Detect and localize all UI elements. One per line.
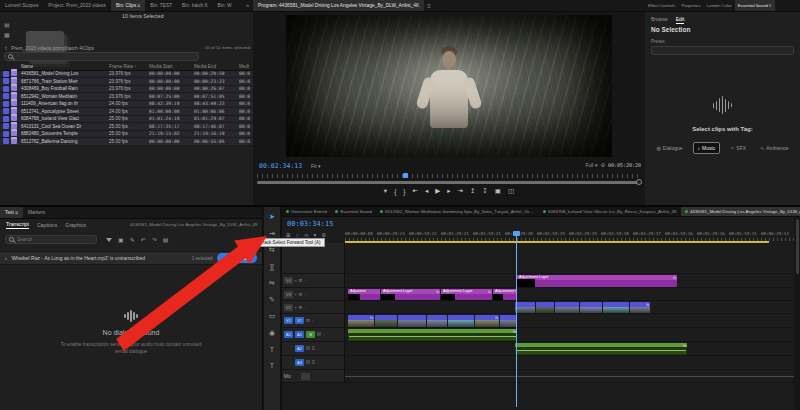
tag-ambience-button[interactable]: ∿Ambience (756, 142, 792, 154)
col-media-duration[interactable]: Medi (239, 63, 251, 71)
sync-lock-icon[interactable]: ⊞ (306, 318, 310, 323)
row-selected-indicator[interactable] (3, 101, 9, 107)
text-subtab[interactable]: Captions (37, 222, 57, 228)
text-subtab[interactable]: Transcript (6, 221, 29, 229)
preset-dropdown[interactable] (651, 46, 794, 55)
settings-wrench-icon[interactable]: ⚙ (600, 162, 604, 168)
pen-tool[interactable]: ✎ (265, 294, 279, 306)
sync-lock-icon[interactable]: ⊞ (299, 305, 303, 310)
video-clip[interactable] (398, 315, 426, 327)
adjustment-layer-clip[interactable]: Adjustment Layerfx (381, 289, 440, 300)
toggle-output-icon[interactable]: ◦ (304, 278, 306, 283)
mic-icon[interactable]: ◦ (317, 346, 319, 351)
panel-overflow-icon[interactable]: » (243, 2, 252, 8)
play-icon[interactable]: ▶ (435, 187, 440, 195)
lift-icon[interactable]: ↥ (470, 187, 475, 195)
track-badge[interactable]: V4 (284, 277, 293, 284)
adjustment-layer-clip[interactable]: Adjustment Layerfx (441, 289, 492, 300)
project-panel-tab[interactable]: Bin: batch 6 (177, 0, 212, 12)
step-back-icon[interactable]: ◂ (425, 187, 428, 195)
project-panel-tab[interactable]: Project: Prem_2023 videos (43, 0, 111, 12)
tag-dialogue-button[interactable]: ◍Dialogue (652, 142, 686, 154)
playhead-line[interactable] (516, 231, 517, 407)
solo-button[interactable]: S (312, 346, 315, 351)
caption-block-icon[interactable]: ▣ (118, 236, 124, 243)
toggle-output-icon[interactable]: ◦ (312, 318, 314, 323)
col-media-end[interactable]: Media End (194, 63, 239, 71)
mic-icon[interactable]: ◦ (317, 360, 319, 365)
sync-lock-icon[interactable]: ⊞ (299, 292, 303, 297)
video-clip[interactable] (500, 315, 516, 327)
timeline-ruler[interactable]: 00:00:00:0000:00:29:2300:00:59:2200:01:2… (345, 231, 794, 238)
selection-tool[interactable]: ➤ (265, 211, 279, 223)
filter-icon[interactable] (106, 238, 112, 242)
zoom-level-select[interactable]: Fit ▾ (311, 163, 320, 169)
video-clip[interactable] (375, 315, 397, 327)
sound-panel-tab[interactable]: Effect Controls (645, 0, 678, 12)
video-clip[interactable]: fx (630, 302, 650, 313)
sound-mode-tab[interactable]: Edit (676, 16, 685, 24)
mute-button[interactable]: M (306, 346, 310, 351)
audio-clip[interactable]: fx (348, 329, 517, 341)
mix-track-label[interactable]: Mix (284, 374, 291, 379)
source-patch-badge[interactable]: A1 (284, 331, 293, 338)
scrollbar-knob[interactable] (636, 179, 642, 185)
project-panel-tab[interactable]: Bin: TEST (145, 0, 177, 12)
hand-tool[interactable]: ◉ (265, 327, 279, 339)
sound-panel-tab[interactable]: Essential Sound ≡ (735, 0, 775, 12)
video-clip[interactable] (603, 302, 629, 313)
lock-icon[interactable]: ▪ (295, 278, 297, 283)
razor-tool[interactable]: ][ (265, 261, 279, 273)
adjustment-layer-clip[interactable]: Adjustme (348, 289, 380, 300)
tag-sfx-button[interactable]: ✧SFX (726, 142, 750, 154)
source-patch-badge[interactable]: V1 (284, 317, 293, 324)
project-panel-tab[interactable]: Bin: W (212, 0, 236, 12)
transcript-search-input[interactable] (17, 237, 93, 242)
row-selected-indicator[interactable] (3, 71, 9, 77)
track-badge[interactable]: V2 (284, 304, 293, 311)
more-options-icon[interactable]: ▤ (163, 236, 169, 243)
list-view-icon[interactable]: ▤ (4, 21, 10, 29)
program-timecode[interactable]: 00:02:34:13 (259, 162, 302, 170)
transcribe-button[interactable]: Transcribe (217, 253, 257, 263)
expand-chevron-icon[interactable]: › (5, 255, 7, 261)
row-selected-indicator[interactable] (3, 116, 9, 122)
col-name[interactable]: Name (21, 63, 109, 71)
toggle-output-icon[interactable]: ◦ (304, 292, 306, 297)
sequence-tab[interactable]: Generative Extend (282, 207, 331, 217)
export-frame-icon[interactable]: ▣ (495, 187, 501, 195)
timeline-timecode[interactable]: 00:03:34:15 (287, 220, 333, 228)
video-clip[interactable] (580, 302, 602, 313)
project-panel-tab[interactable]: Bin: Clips ≡ (111, 0, 145, 12)
redo-icon[interactable]: ↷ (152, 236, 157, 243)
6512762_Ballerina Dancing[interactable]: 6512762_Ballerina Dancing 25.00 fps 00:0… (0, 138, 253, 146)
go-to-in-icon[interactable]: ⇤ (412, 187, 417, 195)
mute-button[interactable]: M (317, 332, 321, 337)
edit-pencil-icon[interactable]: ✎ (130, 236, 135, 243)
icon-view-icon[interactable]: ▦ (4, 31, 10, 39)
vertical-type-tool[interactable]: T (265, 360, 279, 372)
lock-icon[interactable]: ▪ (295, 305, 297, 310)
sequence-tab[interactable]: 4436581_Model Driving Los Angeles Vintag… (681, 207, 800, 217)
video-clip[interactable] (555, 302, 579, 313)
video-clip[interactable] (448, 315, 474, 327)
sound-panel-tab[interactable]: Lumetri Color (703, 0, 734, 12)
mark-in-icon[interactable]: { (394, 188, 396, 195)
tab-overflow-icon[interactable]: » (791, 208, 800, 214)
sound-mode-tab[interactable]: Browse (651, 16, 668, 24)
video-clip[interactable] (536, 302, 554, 313)
program-monitor-tab[interactable]: Program: 4436581_Model Driving Los Angel… (253, 0, 424, 12)
track-badge[interactable]: V1 (295, 317, 304, 324)
program-mini-timeline[interactable] (257, 174, 641, 178)
row-selected-indicator[interactable] (3, 138, 9, 144)
video-clip[interactable]: fx (348, 315, 374, 327)
playhead-handle[interactable] (513, 231, 520, 236)
lock-icon[interactable]: ▪ (295, 292, 297, 297)
mic-icon[interactable]: ◦ (323, 332, 325, 337)
sequence-tab[interactable]: Essential Sound (331, 207, 376, 217)
breadcrumb[interactable]: Prem_2023 videos.prproj\batch 4\Clips (11, 46, 94, 51)
audio-clip[interactable]: fx (515, 343, 687, 355)
text-subtab[interactable]: Graphics (65, 222, 86, 228)
mix-badge[interactable] (301, 373, 310, 380)
search-input[interactable] (16, 54, 195, 59)
